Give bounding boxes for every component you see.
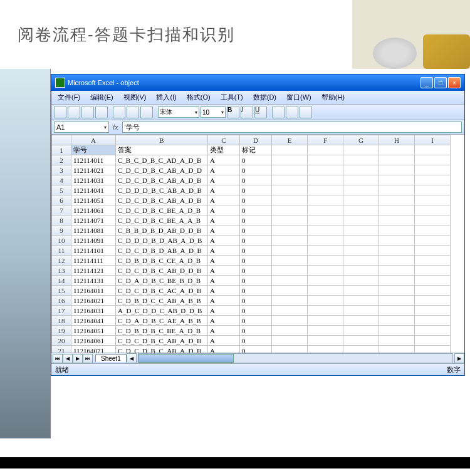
font-name-selector[interactable]: 宋体▾ xyxy=(158,106,199,118)
cell[interactable] xyxy=(308,326,343,336)
row-header[interactable]: 2 xyxy=(52,155,71,165)
cell[interactable] xyxy=(272,266,308,276)
row-header[interactable]: 14 xyxy=(52,276,71,286)
cell[interactable]: 112114121 xyxy=(71,266,116,276)
cell[interactable] xyxy=(272,145,308,155)
cell[interactable] xyxy=(343,266,379,276)
minimize-button[interactable]: _ xyxy=(420,77,433,88)
cell[interactable]: 0 xyxy=(240,225,272,235)
scroll-right-icon[interactable]: ▶ xyxy=(454,353,464,363)
column-header[interactable]: H xyxy=(379,135,415,145)
row-header[interactable]: 18 xyxy=(52,316,71,326)
cell[interactable] xyxy=(415,326,451,336)
cell[interactable] xyxy=(415,155,451,165)
cell[interactable] xyxy=(272,306,308,316)
cell[interactable] xyxy=(272,195,308,205)
cell[interactable] xyxy=(308,215,343,225)
cell[interactable] xyxy=(308,286,343,296)
row-header[interactable]: 21 xyxy=(52,346,71,353)
cell[interactable] xyxy=(379,195,415,205)
cell[interactable]: 112114101 xyxy=(71,246,116,256)
cell[interactable]: C_D_C_D_B_C_AC_A_D_B xyxy=(116,286,208,296)
cell[interactable] xyxy=(343,145,379,155)
cell[interactable]: 0 xyxy=(240,256,272,266)
row-header[interactable]: 11 xyxy=(52,246,71,256)
row-header[interactable]: 8 xyxy=(52,215,71,225)
cell[interactable] xyxy=(308,346,343,353)
cell[interactable] xyxy=(415,336,451,346)
menu-item[interactable]: 视图(V) xyxy=(120,92,150,103)
cell[interactable] xyxy=(308,306,343,316)
cell[interactable]: 0 xyxy=(240,306,272,316)
cell[interactable]: C_D_A_D_B_C_BE_B_D_B xyxy=(116,276,208,286)
cell[interactable]: A xyxy=(208,336,240,346)
cell[interactable] xyxy=(272,185,308,195)
cell[interactable]: 112164021 xyxy=(71,296,116,306)
cell[interactable] xyxy=(379,165,415,175)
cell[interactable]: 0 xyxy=(240,185,272,195)
cell[interactable]: C_D_C_D_B_C_BE_A_A_B xyxy=(116,215,208,225)
cell[interactable]: C_D_B_D_C_C_AB_A_B_B xyxy=(116,296,208,306)
row-header[interactable]: 9 xyxy=(52,225,71,235)
cell[interactable] xyxy=(415,225,451,235)
cell[interactable]: 0 xyxy=(240,155,272,165)
fx-icon[interactable]: fx xyxy=(113,123,118,131)
cell[interactable] xyxy=(343,326,379,336)
cell[interactable]: C_D_B_D_B_C_BE_A_D_B xyxy=(116,326,208,336)
tab-nav-first-icon[interactable]: ⏮ xyxy=(53,354,63,363)
cell[interactable]: 112114081 xyxy=(71,225,116,235)
cell[interactable] xyxy=(415,266,451,276)
menu-item[interactable]: 格式(O) xyxy=(183,92,214,103)
cell[interactable] xyxy=(379,225,415,235)
cell[interactable]: 学号 xyxy=(71,145,116,155)
row-header[interactable]: 16 xyxy=(52,296,71,306)
cell[interactable]: A_D_C_D_D_C_AB_D_D_B xyxy=(116,306,208,316)
cell[interactable] xyxy=(308,316,343,326)
cell[interactable]: A xyxy=(208,256,240,266)
cell[interactable] xyxy=(343,155,379,165)
window-titlebar[interactable]: Microsoft Excel - object _ □ × xyxy=(51,75,464,91)
cell[interactable] xyxy=(379,296,415,306)
bold-icon[interactable]: B xyxy=(227,106,239,118)
cell[interactable]: A xyxy=(208,155,240,165)
column-header[interactable]: G xyxy=(343,135,379,145)
cell[interactable] xyxy=(415,205,451,215)
cell[interactable]: 0 xyxy=(240,165,272,175)
cell[interactable]: 0 xyxy=(240,276,272,286)
close-button[interactable]: × xyxy=(448,77,461,88)
cell[interactable] xyxy=(343,336,379,346)
cell[interactable] xyxy=(308,205,343,215)
cell[interactable] xyxy=(379,185,415,195)
cell[interactable] xyxy=(379,235,415,246)
cell[interactable] xyxy=(379,175,415,185)
cell[interactable] xyxy=(415,235,451,246)
column-header[interactable] xyxy=(52,135,71,145)
cell[interactable]: A xyxy=(208,175,240,185)
cell[interactable] xyxy=(379,155,415,165)
menu-item[interactable]: 文件(F) xyxy=(54,92,84,103)
cell[interactable]: C_B_B_D_B_D_AB_D_D_B xyxy=(116,225,208,235)
cell[interactable] xyxy=(415,256,451,266)
row-header[interactable]: 5 xyxy=(52,185,71,195)
sheet-tab[interactable]: Sheet1 xyxy=(95,354,127,362)
cell[interactable]: C_D_D_D_B_D_AB_A_D_B xyxy=(116,235,208,246)
cell[interactable]: A xyxy=(208,235,240,246)
cell[interactable] xyxy=(379,336,415,346)
tab-nav-next-icon[interactable]: ▶ xyxy=(73,354,83,363)
cell[interactable] xyxy=(415,296,451,306)
cell[interactable] xyxy=(415,306,451,316)
cell[interactable]: C_D_C_D_B_C_AB_A_D_B xyxy=(116,346,208,353)
cell[interactable]: 0 xyxy=(240,195,272,205)
column-header[interactable]: F xyxy=(308,135,343,145)
cell[interactable] xyxy=(272,246,308,256)
cell[interactable] xyxy=(415,145,451,155)
column-header[interactable]: B xyxy=(116,135,208,145)
cell[interactable] xyxy=(272,175,308,185)
cell[interactable]: 112164071 xyxy=(71,346,116,353)
scroll-thumb[interactable] xyxy=(138,354,234,363)
align-left-icon[interactable] xyxy=(272,106,285,118)
cell[interactable]: C_D_B_D_B_C_CE_A_D_B xyxy=(116,256,208,266)
cell[interactable]: 0 xyxy=(240,296,272,306)
cell[interactable] xyxy=(308,296,343,306)
cell[interactable] xyxy=(272,346,308,353)
